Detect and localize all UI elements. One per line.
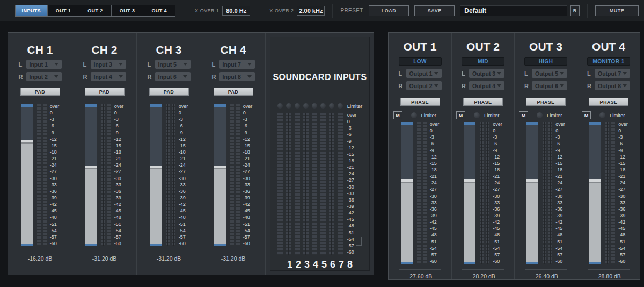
pad-button[interactable]: PAD <box>85 88 125 96</box>
gain-fader[interactable] <box>85 104 97 246</box>
tab-out-1[interactable]: OUT 1 <box>48 5 80 16</box>
left-output-select[interactable]: Output 1 <box>406 69 442 78</box>
phase-button[interactable]: PHASE <box>463 98 503 106</box>
scale-tick: -9 <box>50 131 54 135</box>
fader-top-cap <box>21 104 33 107</box>
soundcard-channel-number: 4 <box>313 259 318 270</box>
left-input-select[interactable]: Input 5 <box>155 60 191 69</box>
channel-column: CH 2 L Input 3 R Input 4 PAD <box>72 33 137 275</box>
fader-fill <box>150 166 162 244</box>
pad-button[interactable]: PAD <box>214 88 253 96</box>
reset-preset-button[interactable]: R <box>570 5 580 16</box>
tab-out-2[interactable]: OUT 2 <box>79 5 112 16</box>
right-input-select[interactable]: Input 2 <box>26 72 62 81</box>
xover2-value-input[interactable] <box>297 6 325 16</box>
left-input-row: L Input 1 <box>19 60 62 69</box>
scale-tick: -60 <box>430 259 437 264</box>
left-output-row: L Output 1 <box>399 69 442 78</box>
tab-inputs[interactable]: INPUTS <box>16 5 48 16</box>
output-column: OUT 2 MID L Output 3 R Output 4 PHASE M … <box>451 33 514 279</box>
fader-handle[interactable] <box>214 166 226 169</box>
fader-handle[interactable] <box>401 179 413 183</box>
soundcard-channel-number: 2 <box>296 259 301 270</box>
left-output-select[interactable]: Output 3 <box>469 69 504 78</box>
left-output-select[interactable]: Output 5 <box>532 69 567 78</box>
fader-handle[interactable] <box>21 140 33 144</box>
channel-mute-button[interactable]: M <box>393 111 402 119</box>
right-output-select[interactable]: Output 6 <box>532 81 567 90</box>
right-output-select[interactable]: Output 8 <box>595 81 630 90</box>
tab-out-4[interactable]: OUT 4 <box>143 5 175 16</box>
channel-mute-button[interactable]: M <box>582 111 591 119</box>
phase-button[interactable]: PHASE <box>526 98 566 106</box>
mute-limiter-row: M Limiter <box>393 111 447 119</box>
scale-tick: -18 <box>179 150 186 155</box>
scale-tick: -42 <box>179 202 186 207</box>
band-button[interactable]: MID <box>462 57 504 66</box>
tab-out-3[interactable]: OUT 3 <box>112 5 144 16</box>
preset-name-field[interactable] <box>460 5 567 16</box>
output-title: OUT 1 <box>404 40 437 53</box>
fader-handle[interactable] <box>526 179 538 183</box>
right-output-select[interactable]: Output 2 <box>406 81 442 90</box>
left-label: L <box>83 61 91 68</box>
gain-fader[interactable] <box>464 122 475 264</box>
scale-tick: -30 <box>618 194 625 199</box>
scale-tick: -21 <box>555 174 562 179</box>
right-input-select[interactable]: Input 4 <box>91 72 126 81</box>
left-output-value: Output 7 <box>598 70 621 77</box>
gain-fader[interactable] <box>401 122 413 264</box>
fader-handle[interactable] <box>589 179 601 183</box>
mute-button[interactable]: MUTE <box>595 5 639 16</box>
gain-fader[interactable] <box>526 122 538 264</box>
phase-button[interactable]: PHASE <box>589 98 628 106</box>
right-label: R <box>399 83 406 89</box>
phase-button[interactable]: PHASE <box>400 98 440 106</box>
right-input-select[interactable]: Input 6 <box>155 72 191 81</box>
left-input-select[interactable]: Input 3 <box>91 60 126 69</box>
limiter-led <box>411 112 417 118</box>
scale-tick: -33 <box>430 200 437 205</box>
pad-button[interactable]: PAD <box>20 88 60 96</box>
gain-fader[interactable] <box>21 104 33 246</box>
xover1-value-input[interactable] <box>222 6 250 16</box>
fader-handle[interactable] <box>85 166 97 169</box>
meter-scale: over0-3-6-9-12-15-18-21-24-27-30-33-36-3… <box>618 122 628 264</box>
right-output-select[interactable]: Output 4 <box>469 81 504 90</box>
scale-tick: -42 <box>618 220 625 225</box>
left-output-select[interactable]: Output 7 <box>595 69 630 78</box>
band-button[interactable]: HIGH <box>524 57 567 66</box>
channel-mute-button[interactable]: M <box>519 111 528 119</box>
scale-tick: -3 <box>618 135 623 140</box>
gain-fader[interactable] <box>214 104 226 246</box>
scale-tick: -51 <box>114 222 121 227</box>
fader-fill <box>85 166 97 244</box>
save-button[interactable]: SAVE <box>414 5 455 16</box>
fader-top-cap <box>526 122 538 125</box>
scale-tick: -45 <box>347 217 354 222</box>
limiter-led <box>303 103 309 109</box>
left-input-select[interactable]: Input 7 <box>219 60 255 69</box>
scale-tick: -9 <box>430 148 434 153</box>
fader-handle[interactable] <box>150 166 162 169</box>
left-input-select[interactable]: Input 1 <box>26 60 62 69</box>
level-meter-left <box>543 122 546 264</box>
left-output-row: L Output 7 <box>587 69 630 78</box>
right-output-row: R Output 6 <box>524 81 567 90</box>
chevron-down-icon <box>497 84 501 87</box>
chevron-down-icon <box>54 75 58 78</box>
scale-tick: -45 <box>50 209 57 213</box>
gain-fader[interactable] <box>589 122 601 264</box>
scale-tick: -9 <box>618 148 623 153</box>
channel-mute-button[interactable]: M <box>456 111 465 119</box>
fader-handle[interactable] <box>464 179 475 183</box>
chevron-down-icon <box>119 75 123 78</box>
scale-tick: -51 <box>493 240 500 245</box>
fader-bottom-cap <box>214 244 226 246</box>
band-button[interactable]: MONITOR 1 <box>587 57 630 66</box>
pad-button[interactable]: PAD <box>149 88 189 96</box>
right-input-select[interactable]: Input 8 <box>219 72 255 81</box>
band-button[interactable]: LOW <box>399 57 442 66</box>
load-button[interactable]: LOAD <box>369 5 409 16</box>
gain-fader[interactable] <box>150 104 162 246</box>
